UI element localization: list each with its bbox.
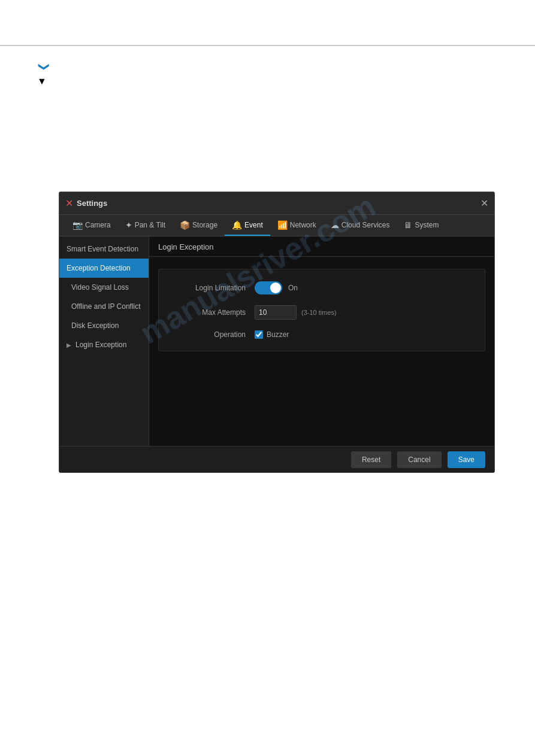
save-button[interactable]: Save bbox=[448, 451, 485, 468]
cloud-icon: ☁ bbox=[331, 220, 339, 230]
content-area: Smart Event Detection Exception Detectio… bbox=[59, 236, 494, 446]
max-attempts-label: Max Attempts bbox=[174, 308, 246, 317]
buzzer-wrap: Buzzer bbox=[255, 330, 289, 339]
sidebar-label-smart-event: Smart Event Detection bbox=[67, 245, 138, 253]
login-limitation-row: Login Limitation On bbox=[174, 281, 470, 294]
buzzer-checkbox[interactable] bbox=[255, 330, 263, 339]
sidebar-item-video-signal-loss[interactable]: Video Signal Loss bbox=[59, 278, 149, 297]
nav-tabs: 📷 Camera ✦ Pan & Tilt 📦 Storage 🔔 Event … bbox=[59, 215, 494, 236]
form-card: Login Limitation On Max Attempts (3-10 t… bbox=[158, 269, 485, 351]
tab-pan-tilt-label: Pan & Tilt bbox=[135, 221, 165, 229]
settings-icon: ✕ bbox=[65, 198, 73, 209]
sidebar-item-exception-detection[interactable]: Exception Detection bbox=[59, 259, 149, 278]
tab-cloud-label: Cloud Services bbox=[341, 221, 390, 229]
tab-pan-tilt[interactable]: ✦ Pan & Tilt bbox=[118, 215, 173, 236]
panel-title: Login Exception bbox=[149, 236, 494, 257]
event-icon: 🔔 bbox=[232, 220, 242, 230]
sidebar-label-video-signal: Video Signal Loss bbox=[71, 283, 129, 292]
operation-label: Operation bbox=[174, 330, 246, 339]
tab-storage-label: Storage bbox=[192, 221, 217, 229]
sidebar-item-offline-ip-conflict[interactable]: Offline and IP Conflict bbox=[59, 297, 149, 316]
login-limitation-toggle[interactable] bbox=[255, 281, 282, 294]
sidebar-item-login-exception[interactable]: ▶ Login Exception bbox=[59, 335, 149, 354]
dialog-title: Settings bbox=[77, 199, 107, 208]
chevron-container: ▼ bbox=[37, 63, 52, 87]
camera-icon: 📷 bbox=[72, 220, 83, 230]
tab-system[interactable]: 🖥 System bbox=[397, 215, 446, 236]
tab-network[interactable]: 📶 Network bbox=[270, 215, 324, 236]
operation-row: Operation Buzzer bbox=[174, 330, 470, 339]
login-limitation-status: On bbox=[288, 284, 298, 292]
tab-cloud-services[interactable]: ☁ Cloud Services bbox=[324, 215, 397, 236]
max-attempts-row: Max Attempts (3-10 times) bbox=[174, 305, 470, 320]
sidebar-label-login-exception: Login Exception bbox=[75, 341, 126, 349]
chevron-down-icon: ▼ bbox=[37, 63, 52, 71]
tab-camera-label: Camera bbox=[85, 221, 111, 229]
login-limitation-label: Login Limitation bbox=[174, 284, 246, 292]
dialog-footer: Reset Cancel Save bbox=[59, 446, 494, 472]
max-attempts-hint: (3-10 times) bbox=[301, 309, 337, 316]
toggle-slider bbox=[255, 281, 282, 294]
reset-button[interactable]: Reset bbox=[351, 451, 391, 468]
storage-icon: 📦 bbox=[180, 220, 190, 230]
tab-event-label: Event bbox=[244, 221, 263, 229]
settings-dialog: ✕ Settings ✕ 📷 Camera ✦ Pan & Tilt 📦 Sto… bbox=[59, 192, 495, 473]
sidebar: Smart Event Detection Exception Detectio… bbox=[59, 236, 149, 446]
close-button[interactable]: ✕ bbox=[480, 199, 488, 208]
tab-camera[interactable]: 📷 Camera bbox=[65, 215, 118, 236]
max-attempts-input[interactable] bbox=[255, 305, 297, 320]
sidebar-label-exception-detection: Exception Detection bbox=[67, 264, 131, 272]
system-icon: 🖥 bbox=[404, 220, 412, 230]
main-panel: Login Exception Login Limitation On bbox=[149, 236, 494, 446]
sidebar-item-smart-event-detection[interactable]: Smart Event Detection bbox=[59, 239, 149, 259]
network-icon: 📶 bbox=[277, 220, 288, 230]
sidebar-label-offline-ip: Offline and IP Conflict bbox=[71, 302, 141, 311]
panel-content: Login Limitation On Max Attempts (3-10 t… bbox=[149, 257, 494, 446]
titlebar: ✕ Settings ✕ bbox=[59, 192, 494, 215]
sidebar-label-disk-exception: Disk Exception bbox=[71, 321, 119, 330]
tab-network-label: Network bbox=[290, 221, 316, 229]
top-divider bbox=[0, 45, 535, 46]
pan-tilt-icon: ✦ bbox=[125, 220, 132, 230]
sidebar-item-disk-exception[interactable]: Disk Exception bbox=[59, 316, 149, 335]
arrow-icon: ▶ bbox=[67, 342, 71, 348]
tab-event[interactable]: 🔔 Event bbox=[225, 215, 270, 236]
tab-system-label: System bbox=[415, 221, 439, 229]
cancel-button[interactable]: Cancel bbox=[397, 451, 441, 468]
buzzer-label: Buzzer bbox=[267, 330, 289, 339]
tab-storage[interactable]: 📦 Storage bbox=[173, 215, 225, 236]
